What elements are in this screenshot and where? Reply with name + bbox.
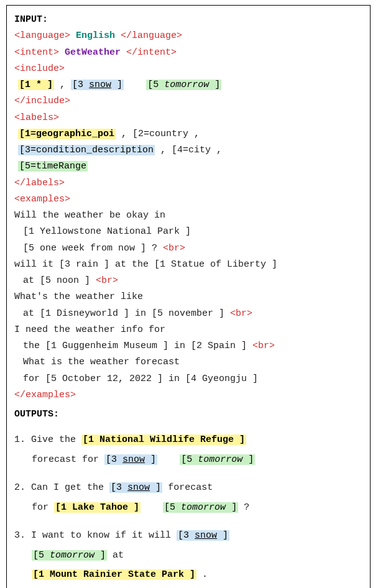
- outputs-label: OUTPUTS:: [14, 409, 59, 420]
- br-tag: <br>: [230, 308, 252, 319]
- output-2-slot3: [3 snow ]: [109, 482, 162, 493]
- br-tag: <br>: [96, 275, 118, 286]
- output-2-slot1: [1 Lake Tahoe ]: [54, 502, 141, 513]
- output-3: 3. I want to know if it will [3 snow ] […: [14, 526, 362, 585]
- figure-box: INPUT: <language> English </language> <i…: [6, 5, 371, 588]
- example-1a: Will the weather be okay in: [14, 210, 165, 221]
- label-5: [5=timeRange: [18, 161, 88, 172]
- label-2: , [2=country ,: [121, 129, 200, 139]
- include-slot-3: [3 snow ]: [71, 80, 124, 90]
- language-value: English: [76, 30, 115, 41]
- output-1-slot1: [1 National Wildlife Refuge ]: [81, 434, 246, 445]
- output-2-slot5: [5 tomorrow ]: [163, 502, 238, 513]
- include-slot-5: [5 tomorrow ]: [146, 80, 221, 90]
- example-1b: [1 Yellowstone National Park ]: [23, 226, 191, 237]
- tag-intent-open: <intent>: [14, 47, 59, 58]
- example-3b: at [1 Disneyworld ] in [5 november ]: [23, 308, 224, 319]
- tag-include-close: </include>: [14, 96, 70, 106]
- output-3-slot3: [3 snow ]: [177, 530, 229, 541]
- tag-intent-close: </intent>: [126, 47, 177, 58]
- label-4: , [4=city ,: [160, 145, 222, 155]
- output-1-slot3: [3 snow ]: [104, 454, 157, 465]
- example-5b: for [5 October 12, 2022 ] in [4 Gyeongju…: [23, 374, 258, 384]
- include-slot-1: [1 * ]: [18, 80, 54, 90]
- tag-include-open: <include>: [14, 63, 65, 74]
- label-1: [1=geographic_poi: [18, 129, 116, 139]
- tag-examples-close: </examples>: [14, 390, 76, 400]
- tag-language-open: <language>: [14, 30, 70, 41]
- output-3-slot5: [5 tomorrow ]: [32, 550, 107, 561]
- example-5a: What is the weather forecast: [23, 357, 180, 367]
- output-2: 2. Can I get the [3 snow ] forecast for …: [14, 478, 362, 517]
- output-3-slot1: [1 Mount Rainier State Park ]: [32, 569, 196, 580]
- example-2b: at [5 noon ]: [23, 275, 90, 286]
- tag-language-close: </language>: [121, 30, 182, 41]
- label-3: [3=condition_description: [18, 145, 155, 155]
- example-2a: will it [3 rain ] at the [1 Statue of Li…: [14, 259, 277, 270]
- comma: ,: [60, 80, 71, 90]
- tag-labels-close: </labels>: [14, 178, 65, 188]
- example-1c: [5 one week from now ] ?: [23, 243, 157, 254]
- input-label: INPUT:: [14, 14, 48, 25]
- br-tag: <br>: [252, 341, 275, 351]
- br-tag: <br>: [163, 243, 185, 254]
- example-4b: the [1 Guggenheim Museum ] in [2 Spain ]: [23, 341, 247, 351]
- output-1: 1. Give the [1 National Wildlife Refuge …: [14, 430, 362, 469]
- intent-value: GetWeather: [65, 47, 121, 58]
- example-3a: What's the weather like: [14, 292, 143, 302]
- output-1-slot5: [5 tomorrow ]: [180, 454, 255, 465]
- tag-examples-open: <examples>: [14, 194, 70, 204]
- example-4a: I need the weather info for: [14, 324, 165, 335]
- tag-labels-open: <labels>: [14, 113, 59, 123]
